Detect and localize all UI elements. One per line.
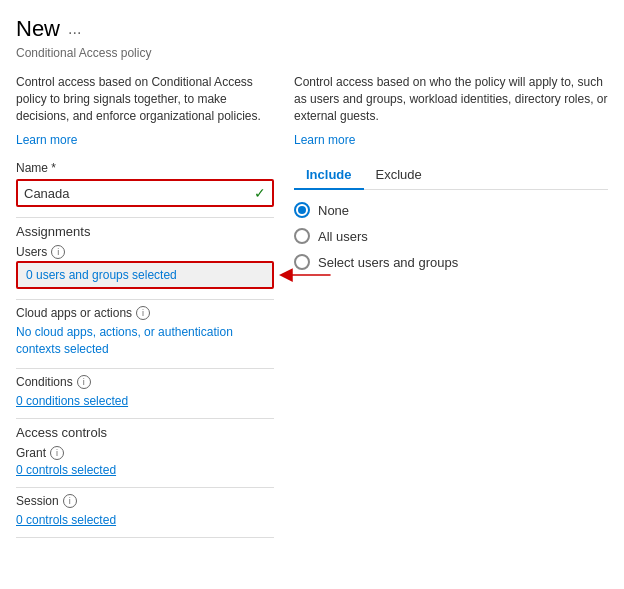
radio-none-label: None — [318, 203, 349, 218]
grant-link[interactable]: 0 controls selected — [16, 463, 116, 477]
cloud-apps-divider — [16, 299, 274, 300]
tab-exclude[interactable]: Exclude — [364, 161, 434, 190]
right-description: Control access based on who the policy w… — [294, 74, 608, 124]
name-input-container: ✓ — [16, 179, 274, 207]
right-panel: Control access based on who the policy w… — [294, 74, 608, 544]
page-container: New ... Conditional Access policy Contro… — [0, 0, 624, 544]
left-learn-more-link[interactable]: Learn more — [16, 133, 77, 147]
conditions-divider — [16, 368, 274, 369]
page-ellipsis[interactable]: ... — [68, 20, 81, 38]
radio-select-users-label: Select users and groups — [318, 255, 458, 270]
conditions-info-icon[interactable]: i — [77, 375, 91, 389]
session-divider — [16, 487, 274, 488]
cloud-apps-info-icon[interactable]: i — [136, 306, 150, 320]
left-panel: Control access based on Conditional Acce… — [16, 74, 274, 544]
users-radio-group: None All users Select users and groups — [294, 202, 608, 270]
session-label: Session i — [16, 494, 274, 508]
session-link[interactable]: 0 controls selected — [16, 513, 116, 527]
users-info-icon[interactable]: i — [51, 245, 65, 259]
name-label: Name * — [16, 161, 274, 175]
users-selected-box[interactable]: 0 users and groups selected — [16, 261, 274, 289]
radio-all-users-label: All users — [318, 229, 368, 244]
radio-select-users[interactable]: Select users and groups — [294, 254, 608, 270]
users-field-label: Users i — [16, 245, 274, 259]
left-description: Control access based on Conditional Acce… — [16, 74, 274, 124]
users-label-text: Users — [16, 245, 47, 259]
session-label-text: Session — [16, 494, 59, 508]
right-learn-more-link[interactable]: Learn more — [294, 133, 355, 147]
conditions-label-text: Conditions — [16, 375, 73, 389]
conditions-link[interactable]: 0 conditions selected — [16, 394, 128, 408]
radio-none-input[interactable] — [294, 202, 310, 218]
radio-all-users-input[interactable] — [294, 228, 310, 244]
grant-info-icon[interactable]: i — [50, 446, 64, 460]
users-selected-container: 0 users and groups selected — [16, 261, 274, 289]
grant-label-text: Grant — [16, 446, 46, 460]
radio-select-users-input[interactable] — [294, 254, 310, 270]
include-exclude-tabs: Include Exclude — [294, 161, 608, 190]
session-info-icon[interactable]: i — [63, 494, 77, 508]
main-content: Control access based on Conditional Acce… — [16, 74, 608, 544]
access-controls-divider — [16, 418, 274, 419]
radio-none[interactable]: None — [294, 202, 608, 218]
conditions-label: Conditions i — [16, 375, 274, 389]
cloud-apps-link[interactable]: No cloud apps, actions, or authenticatio… — [16, 324, 274, 358]
cloud-apps-label-text: Cloud apps or actions — [16, 306, 132, 320]
tab-include[interactable]: Include — [294, 161, 364, 190]
page-subtitle: Conditional Access policy — [16, 46, 608, 60]
grant-label: Grant i — [16, 446, 274, 460]
name-input[interactable] — [24, 186, 242, 201]
cloud-apps-label: Cloud apps or actions i — [16, 306, 274, 320]
assignments-label: Assignments — [16, 224, 274, 239]
radio-all-users[interactable]: All users — [294, 228, 608, 244]
name-valid-icon: ✓ — [254, 185, 266, 201]
page-title: New — [16, 16, 60, 42]
access-controls-label: Access controls — [16, 425, 274, 440]
bottom-divider — [16, 537, 274, 538]
assignments-divider — [16, 217, 274, 218]
